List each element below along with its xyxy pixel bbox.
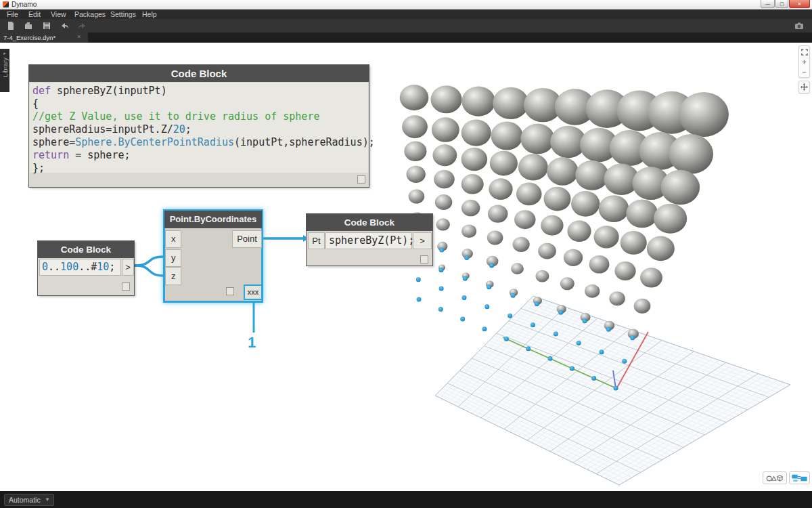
minimize-button[interactable]: —: [761, 0, 775, 8]
library-panel-tab[interactable]: ▸ Library: [0, 49, 9, 92]
tab-close-icon[interactable]: ×: [77, 33, 81, 40]
node-title[interactable]: Code Block: [38, 241, 134, 258]
preview-checkbox[interactable]: [357, 175, 365, 184]
pan-icon[interactable]: [800, 83, 808, 91]
output-port[interactable]: >: [413, 232, 432, 249]
menu-bar: File Edit View Packages Settings Help: [0, 9, 812, 19]
menu-settings[interactable]: Settings: [110, 9, 136, 19]
zoom-out-icon[interactable]: −: [800, 68, 808, 75]
lacing-badge[interactable]: xxx: [244, 284, 263, 300]
menu-packages[interactable]: Packages: [74, 9, 106, 19]
preview-checkbox[interactable]: [420, 255, 428, 263]
menu-file[interactable]: File: [7, 9, 18, 19]
fit-view-icon[interactable]: [800, 48, 808, 56]
node-title[interactable]: Code Block: [307, 214, 432, 231]
node-title[interactable]: Point.ByCoordinates: [164, 211, 262, 228]
tab-active[interactable]: 7-4_Exercise.dyn* ×: [0, 33, 88, 43]
title-bar: Dynamo — ▢ ✕: [0, 0, 812, 9]
input-port-y[interactable]: y: [165, 249, 181, 267]
new-file-icon[interactable]: [5, 20, 16, 31]
menu-edit[interactable]: Edit: [28, 9, 41, 19]
run-mode-value: Automatic: [9, 496, 41, 504]
open-file-icon[interactable]: [23, 20, 34, 31]
chevron-down-icon: ▼: [45, 494, 50, 505]
library-label: Library: [1, 58, 9, 77]
screenshot-camera-icon[interactable]: [794, 20, 805, 31]
maximize-button[interactable]: ▢: [775, 0, 788, 8]
input-port-pt[interactable]: Pt: [308, 232, 325, 249]
geometry-shapes-icon: [765, 473, 784, 482]
status-bar: Automatic ▼: [0, 491, 812, 508]
expand-arrow-icon: ▸: [3, 51, 6, 56]
close-button[interactable]: ✕: [789, 0, 810, 8]
annotation-number: 1: [248, 334, 256, 352]
run-mode-dropdown[interactable]: Automatic ▼: [4, 494, 54, 506]
node-code-block-function[interactable]: Code Block def sphereByZ(inputPt){//get …: [28, 64, 369, 188]
save-icon[interactable]: [41, 20, 52, 31]
geometry-view-button[interactable]: [763, 471, 787, 484]
output-port-point[interactable]: Point: [232, 230, 262, 248]
output-port[interactable]: >: [122, 259, 134, 276]
node-code-block-call[interactable]: Code Block Pt sphereByZ(Pt); >: [306, 213, 433, 266]
graph-nodes-icon: [791, 473, 808, 482]
app-title: Dynamo: [12, 1, 37, 8]
input-port-z[interactable]: z: [165, 268, 181, 285]
node-code-block-range[interactable]: Code Block 0..100..#10; >: [37, 240, 135, 296]
graph-view-button[interactable]: [789, 471, 810, 484]
preview-checkbox[interactable]: [226, 287, 234, 295]
undo-icon[interactable]: [60, 20, 70, 31]
node-title[interactable]: Code Block: [29, 65, 369, 82]
tab-title: 7-4_Exercise.dyn*: [3, 34, 55, 41]
tab-bar: 7-4_Exercise.dyn* ×: [0, 33, 812, 43]
code-editor[interactable]: 0..100..#10;: [39, 259, 121, 276]
zoom-in-icon[interactable]: +: [800, 58, 808, 66]
code-editor[interactable]: def sphereByZ(inputPt){//get Z Value, us…: [30, 83, 368, 173]
preview-checkbox[interactable]: [122, 282, 130, 291]
toolbar: [0, 19, 812, 33]
menu-help[interactable]: Help: [142, 9, 157, 19]
zoom-controls: + −: [798, 45, 810, 78]
app-logo-icon: [3, 1, 9, 7]
code-editor[interactable]: sphereByZ(Pt);: [325, 232, 412, 249]
pan-control: [798, 81, 810, 93]
input-port-x[interactable]: x: [165, 230, 181, 248]
menu-view[interactable]: View: [51, 9, 66, 19]
redo-icon[interactable]: [76, 20, 87, 31]
node-point-bycoordinates[interactable]: Point.ByCoordinates x y z Point xxx: [163, 209, 263, 303]
